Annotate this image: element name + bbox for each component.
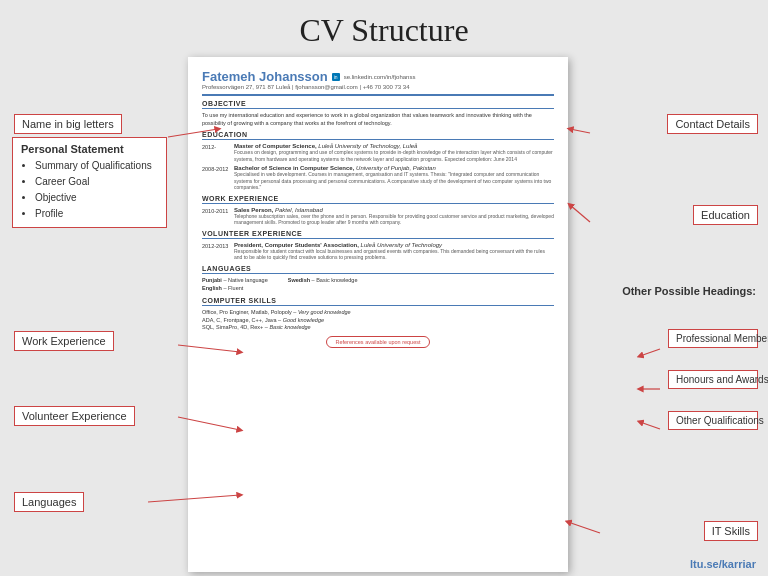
ps-item-1: Summary of Qualifications	[35, 158, 158, 174]
cv-skills1: Office, Pro Enginer, Matlab, Polopoly – …	[202, 309, 554, 317]
cv-work-title: WORK EXPERIENCE	[202, 195, 554, 204]
it-skills-label: IT Skills	[704, 521, 758, 541]
ps-item-4: Profile	[35, 206, 158, 222]
volunteer-experience-label: Volunteer Experience	[14, 406, 135, 426]
ps-item-3: Objective	[35, 190, 158, 206]
cv-lang2: Swedish – Basic knowledge	[288, 277, 358, 283]
other-qualifications-label: Other Qualifications	[668, 411, 758, 430]
cv-skills3: SQL, SimaPro, 4D, Rex+ – Basic knowledge	[202, 324, 554, 332]
cv-name: Fatemeh Johansson	[202, 69, 328, 84]
contact-details-label: Contact Details	[667, 114, 758, 134]
professional-memberships-label: Professional Memberships	[668, 329, 758, 348]
cv-edu2-text: Specialised in web development. Courses …	[234, 171, 554, 191]
cv-languages-title: LANGUAGES	[202, 265, 554, 274]
work-experience-label: Work Experience	[14, 331, 114, 351]
cv-vol1-text: Responsible for student contact with loc…	[234, 248, 554, 261]
svg-line-2	[570, 205, 590, 222]
svg-line-1	[570, 129, 590, 133]
ps-item-2: Career Goal	[35, 174, 158, 190]
cv-objective-text: To use my international education and ex…	[202, 112, 554, 127]
cv-education-title: EDUCATION	[202, 131, 554, 140]
cv-work1-year: 2010-2011	[202, 207, 230, 226]
honours-awards-label: Honours and Awards	[668, 370, 758, 389]
svg-line-8	[640, 349, 660, 356]
other-headings-title: Other Possible Headings:	[622, 285, 756, 297]
cv-edu1-text: Focuses on design, programming and use o…	[234, 149, 554, 162]
cv-edu2-year: 2008-2012	[202, 165, 230, 191]
cv-vol1-year: 2012-2013	[202, 242, 230, 261]
education-label: Education	[693, 205, 758, 225]
cv-edu1-year: 2012-	[202, 143, 230, 162]
svg-line-7	[568, 522, 600, 533]
cv-address: Professorvägen 27, 971 87 Luleå | fjohan…	[202, 84, 554, 90]
languages-label: Languages	[14, 492, 84, 512]
name-in-big-letters-label: Name in big letters	[14, 114, 122, 134]
cv-lang1: Punjabi – Native language	[202, 277, 268, 283]
cv-paper: Fatemeh Johansson in se.linkedin.com/in/…	[188, 57, 568, 572]
cv-work1-text: Telephone subscription sales, over the p…	[234, 213, 554, 226]
page-title: CV Structure	[0, 0, 768, 57]
cv-linkedin: se.linkedin.com/in/fjohanss	[344, 74, 416, 80]
bottom-credit: ltu.se/karriar	[690, 558, 756, 570]
cv-skills-title: COMPUTER SKILLS	[202, 297, 554, 306]
cv-volunteer-title: VOLUNTEER EXPERIENCE	[202, 230, 554, 239]
cv-objective-title: OBJECTIVE	[202, 100, 554, 109]
personal-statement-title: Personal Statement	[21, 143, 158, 155]
linkedin-icon: in	[332, 73, 340, 81]
cv-skills2: ADA, C, Frontpage, C++, Java – Good know…	[202, 317, 554, 325]
cv-references-btn: References available upon request	[326, 336, 429, 348]
svg-line-10	[640, 422, 660, 429]
cv-lang3: English – Fluent	[202, 285, 268, 291]
personal-statement-box: Personal Statement Summary of Qualificat…	[12, 137, 167, 228]
